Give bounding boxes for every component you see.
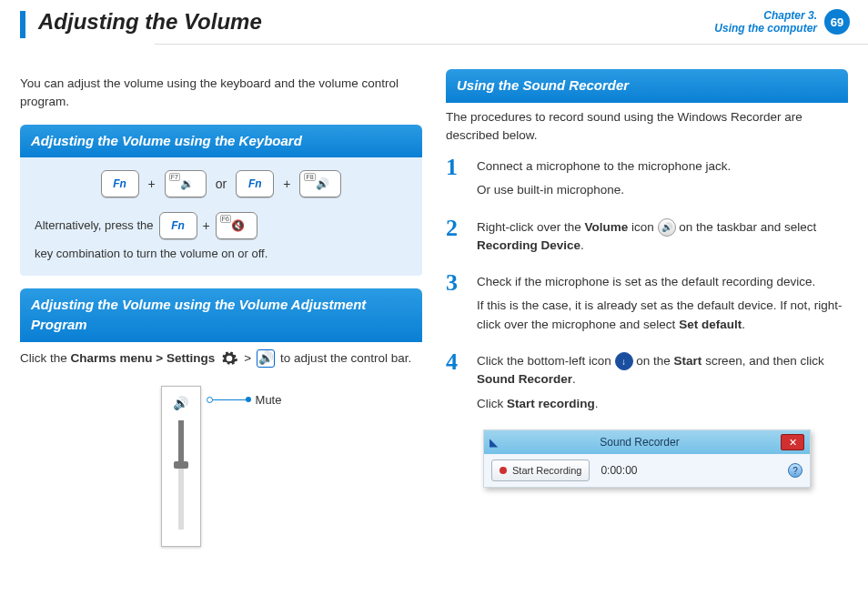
section-recorder-title: Using the Sound Recorder	[446, 69, 848, 103]
recorder-titlebar: ◣ Sound Recorder ✕	[484, 430, 810, 454]
volume-slider-track[interactable]	[178, 420, 184, 530]
f6-label: F6	[220, 215, 231, 223]
recorder-body: Start Recording 0:00:00 ?	[484, 454, 810, 488]
volume-slider-fill	[178, 420, 184, 464]
volume-slider-panel: 🔊	[161, 386, 201, 547]
step-2: 2 Right-click over the Volume icon 🔊 on …	[446, 217, 848, 261]
volume-slider-figure: 🔊 Mute	[20, 386, 422, 547]
volume-up-icon: 🔊	[316, 176, 329, 192]
volume-slider-thumb[interactable]	[174, 461, 188, 469]
callout-dot-end	[246, 397, 251, 402]
step-3-line2: If this is the case, it is already set a…	[477, 297, 848, 334]
page-number-badge: 69	[824, 9, 850, 35]
right-column: Using the Sound Recorder The procedures …	[446, 69, 848, 547]
start-recording-button[interactable]: Start Recording	[491, 459, 590, 482]
mute-callout: Mute	[210, 391, 282, 409]
step-4-line1: Click the bottom-left icon ↓ on the Star…	[477, 352, 848, 389]
plus-sign: +	[148, 175, 156, 194]
section-program-title: Adjusting the Volume using the Volume Ad…	[20, 288, 422, 342]
key-combination-row: Fn + F7 🔉 or Fn + F8 🔊	[35, 170, 408, 197]
callout-dot-start	[207, 397, 213, 403]
step-number: 1	[446, 156, 466, 206]
fn-key: Fn	[101, 170, 139, 197]
chapter-indicator: Chapter 3. Using the computer 69	[714, 9, 850, 35]
taskbar-volume-icon: 🔊	[658, 218, 676, 237]
speaker-icon: 🔊	[173, 394, 188, 413]
recorder-intro: The procedures to record sound using the…	[446, 108, 848, 146]
f8-key: F8 🔊	[299, 170, 341, 197]
down-arrow-icon: ↓	[615, 352, 633, 370]
f8-label: F8	[304, 173, 315, 181]
charms-prefix: Click the	[20, 351, 71, 365]
help-button[interactable]: ?	[788, 463, 802, 478]
step-number: 2	[446, 217, 466, 261]
plus-sign: +	[283, 175, 290, 194]
step-4-line2: Click Start recording.	[477, 395, 848, 413]
close-button[interactable]: ✕	[781, 434, 804, 450]
volume-icon: 🔊	[257, 349, 275, 368]
f7-label: F7	[169, 173, 180, 181]
section-keyboard-title: Adjusting the Volume using the Keyboard	[20, 125, 422, 158]
gt-sign: >	[244, 349, 251, 368]
f6-key: F6 🔇	[216, 212, 257, 239]
fn-key: Fn	[159, 212, 197, 239]
header-divider	[155, 44, 868, 45]
step-number: 4	[446, 350, 466, 419]
step-3: 3 Check if the microphone is set as the …	[446, 271, 848, 339]
recorder-title-text: Sound Recorder	[499, 434, 781, 450]
alt-suffix: key combination to turn the volume on or…	[35, 245, 267, 263]
left-column: You can adjust the volume using the keyb…	[20, 69, 422, 547]
charms-path: Charms menu > Settings	[71, 351, 216, 365]
callout-line	[210, 399, 248, 400]
mute-icon: 🔇	[231, 217, 245, 234]
step-1: 1 Connect a microphone to the microphone…	[446, 156, 848, 206]
step-1-line2: Or use built-in microphone.	[477, 181, 848, 199]
step-3-line1: Check if the microphone is set as the de…	[477, 273, 848, 291]
keyboard-instruction-box: Fn + F7 🔉 or Fn + F8 🔊 Alternatively, pr…	[20, 157, 422, 276]
step-number: 3	[446, 271, 466, 339]
charms-instruction: Click the Charms menu > Settings > 🔊 to …	[20, 349, 422, 368]
or-text: or	[216, 175, 227, 194]
start-recording-label: Start Recording	[512, 463, 581, 479]
step-4: 4 Click the bottom-left icon ↓ on the St…	[446, 350, 848, 419]
step-2-text: Right-click over the Volume icon 🔊 on th…	[477, 218, 848, 256]
volume-down-icon: 🔉	[180, 176, 194, 192]
recorder-app-icon: ◣	[490, 434, 499, 450]
mute-label: Mute	[256, 391, 282, 409]
title-accent-bar	[20, 11, 25, 38]
gear-icon	[220, 349, 238, 368]
sound-recorder-window: ◣ Sound Recorder ✕ Start Recording 0:00:…	[483, 429, 811, 489]
alt-prefix: Alternatively, press the	[35, 217, 154, 235]
recorder-time: 0:00:00	[601, 462, 637, 479]
chapter-name: Using the computer	[714, 22, 817, 35]
record-icon	[500, 467, 507, 474]
chapter-number: Chapter 3.	[714, 9, 817, 22]
alternative-instruction: Alternatively, press the Fn + F6 🔇 key c…	[35, 212, 408, 263]
plus-sign: +	[203, 217, 210, 236]
page-title: Adjusting the Volume	[38, 9, 262, 35]
step-1-line1: Connect a microphone to the microphone j…	[477, 157, 848, 176]
charms-suffix: to adjust the control bar.	[280, 349, 411, 368]
fn-key: Fn	[236, 170, 274, 197]
f7-key: F7 🔉	[165, 170, 207, 197]
steps-list: 1 Connect a microphone to the microphone…	[446, 156, 848, 419]
intro-text: You can adjust the volume using the keyb…	[20, 75, 422, 112]
